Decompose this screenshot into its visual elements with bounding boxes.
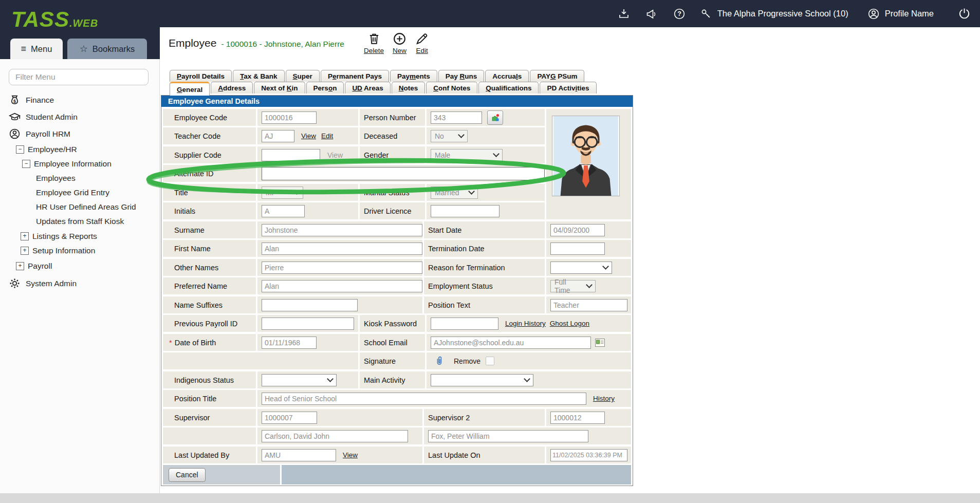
row-supervisor: Supervisor Supervisor 2	[163, 409, 631, 426]
filter-menu-input[interactable]	[9, 69, 149, 85]
collapse-icon[interactable]: −	[16, 145, 24, 154]
alternate-id-input[interactable]	[262, 167, 545, 180]
edit-button[interactable]: Edit	[415, 32, 429, 54]
tab-accruals[interactable]: Accruals	[485, 70, 529, 82]
reason-for-termination-select[interactable]	[550, 262, 612, 274]
login-history-link[interactable]: Login History	[505, 320, 546, 327]
sidebar-header: TASS.WEB ≡ Menu ☆ Bookmarks	[0, 0, 160, 59]
person-number-input[interactable]	[431, 111, 482, 124]
position-title-input[interactable]	[262, 393, 586, 405]
sidebar-item-label: Payroll HRM	[26, 129, 70, 139]
tab-pay-runs[interactable]: Pay Runs	[438, 70, 485, 82]
email-card-icon[interactable]	[595, 339, 605, 347]
sidebar-item-system-admin[interactable]: System Admin	[0, 276, 160, 290]
supervisor2-input[interactable]	[550, 412, 605, 424]
sidebar-item-employees[interactable]: Employees	[0, 171, 160, 185]
collapse-icon[interactable]: −	[22, 160, 30, 168]
supplier-code-input[interactable]	[262, 149, 320, 161]
sidebar-item-listings-reports[interactable]: + Listings & Reports	[0, 229, 160, 243]
supervisor2-name-input[interactable]	[428, 430, 588, 442]
termination-date-input[interactable]	[550, 243, 605, 255]
title-select[interactable]: Mr	[262, 187, 303, 199]
tab-general[interactable]: General	[170, 82, 210, 96]
teacher-edit-link[interactable]: Edit	[321, 132, 333, 140]
surname-input[interactable]	[262, 224, 422, 236]
sidebar-item-payroll[interactable]: + Payroll	[0, 259, 160, 273]
tab-permanent-pays[interactable]: Permanent Pays	[321, 70, 389, 82]
tab-qualifications[interactable]: Qualifications	[478, 82, 539, 94]
position-title-label: Position Title	[163, 390, 256, 407]
sidebar-item-student-admin[interactable]: Student Admin	[0, 110, 160, 124]
tab-super[interactable]: Super	[286, 70, 320, 82]
school-email-input[interactable]	[431, 337, 591, 349]
initials-input[interactable]	[262, 205, 305, 217]
sidebar-item-updates-from-staff-kiosk[interactable]: Updates from Staff Kiosk	[0, 214, 160, 228]
deceased-select[interactable]: No	[431, 130, 468, 142]
kiosk-password-input[interactable]	[431, 318, 498, 330]
sidebar-item-payroll-hrm[interactable]: Payroll HRM	[0, 127, 160, 141]
cancel-button[interactable]: Cancel	[169, 468, 206, 482]
last-updated-by-cell: View	[257, 446, 422, 463]
help-icon[interactable]: ?	[673, 7, 686, 21]
driver-licence-input[interactable]	[431, 205, 500, 217]
tab-ud-areas[interactable]: UD Areas	[345, 82, 390, 94]
tab-payments[interactable]: Payments	[390, 70, 437, 82]
delete-button[interactable]: Delete	[364, 32, 384, 54]
new-button[interactable]: New	[393, 32, 406, 54]
teacher-code-input[interactable]	[262, 130, 294, 142]
school-selector[interactable]: The Alpha Progressive School (10)	[699, 7, 848, 21]
merge-person-button[interactable]	[487, 110, 503, 125]
sidebar-item-employee-information[interactable]: − Employee Information	[0, 157, 160, 171]
position-title-history-link[interactable]: History	[593, 395, 615, 402]
employment-status-select[interactable]: Full Time	[550, 280, 596, 292]
indigenous-status-select[interactable]	[262, 374, 337, 386]
tab-payroll-details[interactable]: Payroll Details	[170, 70, 232, 82]
paperclip-icon[interactable]	[434, 356, 445, 367]
preferred-name-input[interactable]	[262, 280, 422, 292]
tab-menu[interactable]: ≡ Menu	[10, 39, 63, 59]
position-text-input[interactable]	[550, 299, 627, 311]
tab-tax-bank[interactable]: Tax & Bank	[233, 70, 285, 82]
name-suffixes-input[interactable]	[262, 299, 358, 311]
sidebar-item-finance[interactable]: $ Finance	[0, 93, 160, 107]
school-email-cell	[427, 334, 631, 351]
sidebar-item-employee-grid-entry[interactable]: Employee Grid Entry	[0, 185, 160, 199]
expand-icon[interactable]: +	[21, 247, 29, 255]
tab-payg-psum[interactable]: PAYG PSum	[530, 70, 584, 82]
main-activity-select[interactable]	[431, 374, 533, 386]
ghost-logon-link[interactable]: Ghost Logon	[550, 320, 589, 327]
puzzle-icon	[491, 113, 500, 122]
sidebar-item-setup-information[interactable]: + Setup Information	[0, 244, 160, 257]
profile-menu[interactable]: Profile Name	[867, 7, 934, 21]
megaphone-icon[interactable]	[645, 7, 658, 21]
tab-person[interactable]: Person	[306, 82, 344, 94]
tab-notes[interactable]: Notes	[392, 82, 426, 94]
last-update-on-input[interactable]	[550, 449, 627, 461]
last-updated-view-link[interactable]: View	[343, 451, 358, 459]
tab-conf-notes[interactable]: Conf Notes	[426, 82, 477, 94]
other-names-input[interactable]	[262, 262, 422, 274]
sidebar-item-hr-user-defined-areas-grid[interactable]: HR User Defined Areas Grid	[0, 200, 160, 214]
date-of-birth-input[interactable]	[262, 337, 317, 349]
expand-icon[interactable]: +	[21, 232, 29, 240]
last-updated-by-input[interactable]	[262, 449, 336, 461]
supervisor-input[interactable]	[262, 412, 317, 424]
signature-remove-checkbox[interactable]	[486, 357, 494, 365]
sidebar-item-employee-hr[interactable]: − Employee/HR	[0, 142, 160, 156]
tab-bookmarks[interactable]: ☆ Bookmarks	[67, 39, 147, 59]
download-icon[interactable]	[617, 7, 631, 21]
employee-code-input[interactable]	[262, 111, 317, 124]
teacher-code-label: Teacher Code	[163, 127, 256, 144]
first-name-input[interactable]	[262, 243, 422, 255]
power-icon[interactable]	[957, 7, 971, 21]
marital-status-select[interactable]: Married	[431, 187, 478, 199]
previous-payroll-id-input[interactable]	[262, 318, 354, 330]
tab-pd-activities[interactable]: PD Activities	[540, 82, 596, 94]
tab-next-of-kin[interactable]: Next of Kin	[254, 82, 305, 94]
expand-icon[interactable]: +	[16, 262, 24, 270]
start-date-input[interactable]	[550, 224, 605, 236]
gender-select[interactable]: Male	[431, 149, 503, 161]
tab-address[interactable]: Address	[211, 82, 253, 94]
supervisor-name-input[interactable]	[262, 430, 408, 442]
teacher-view-link[interactable]: View	[301, 132, 316, 140]
